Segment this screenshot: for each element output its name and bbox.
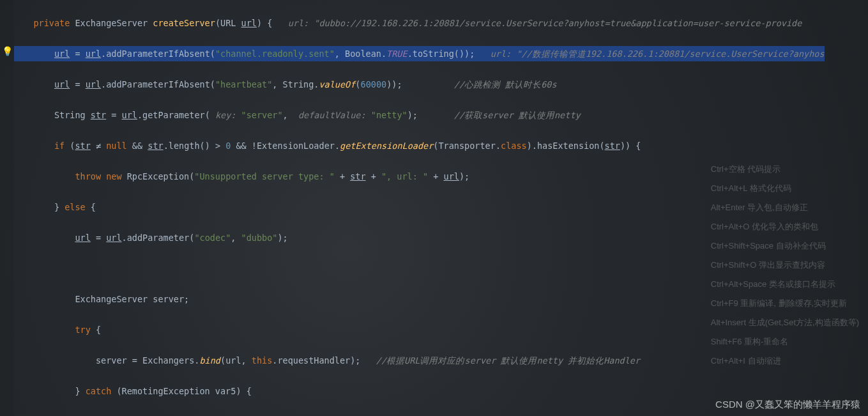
- shortcut-hint: Ctrl+F9 重新编译, 删除缓存,实时更新: [711, 294, 859, 313]
- shortcut-hint: Ctrl+Alt+L 格式化代码: [711, 179, 859, 198]
- code-line[interactable]: url = url.addParameterIfAbsent("heartbea…: [14, 77, 825, 92]
- code-line[interactable]: throw new RpcException("Unsupported serv…: [14, 169, 825, 184]
- shortcut-hint: Alt+Enter 导入包,自动修正: [711, 198, 859, 217]
- code-line[interactable]: } else {: [14, 199, 825, 215]
- shortcut-hint: Ctrl+空格 代码提示: [711, 160, 859, 179]
- shortcut-hint: Ctrl+Alt+Space 类名或接口名提示: [711, 275, 859, 294]
- code-line[interactable]: server = Exchangers.bind(url, this.reque…: [14, 353, 825, 368]
- watermark-text: CSDN @又蠢又笨的懒羊羊程序猿: [715, 399, 860, 411]
- intention-bulb-icon[interactable]: 💡: [2, 46, 13, 56]
- code-line[interactable]: url = url.addParameter("codec", "dubbo")…: [14, 230, 825, 245]
- shortcut-hints-overlay: Ctrl+空格 代码提示 Ctrl+Alt+L 格式化代码 Alt+Enter …: [711, 160, 859, 371]
- code-line-highlighted[interactable]: url = url.addParameterIfAbsent("channel.…: [14, 46, 825, 61]
- code-line[interactable]: try {: [14, 322, 825, 337]
- shortcut-hint: Ctrl+Shift+Space 自动补全代码: [711, 236, 859, 256]
- gutter: [0, 0, 14, 416]
- shortcut-hint: Ctrl+Alt+O 优化导入的类和包: [711, 217, 859, 236]
- code-line[interactable]: } catch (RemotingException var5) {: [14, 383, 825, 399]
- code-line[interactable]: String str = url.getParameter( key: "ser…: [14, 107, 825, 123]
- code-line[interactable]: ExchangeServer server;: [14, 291, 825, 307]
- code-editor[interactable]: private ExchangeServer createServer(URL …: [14, 0, 825, 416]
- code-line[interactable]: [14, 261, 825, 276]
- code-line[interactable]: if (str ≠ null && str.length() > 0 && !E…: [14, 138, 825, 153]
- shortcut-hint: Ctrl+Shift+O 弹出显示查找内容: [711, 256, 859, 275]
- shortcut-hint: Alt+Insert 生成(Get,Set方法,构造函数等): [711, 313, 859, 332]
- shortcut-hint: Shift+F6 重构-重命名: [711, 332, 859, 351]
- shortcut-hint: Ctrl+Alt+I 自动缩进: [711, 351, 859, 371]
- code-line[interactable]: private ExchangeServer createServer(URL …: [14, 15, 825, 31]
